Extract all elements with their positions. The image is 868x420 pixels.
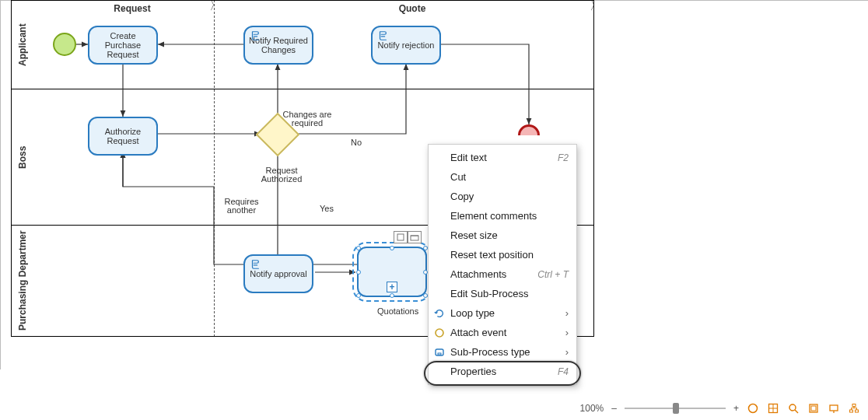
menu-loop-type[interactable]: Loop type› bbox=[429, 303, 576, 323]
chevron-right-icon: › bbox=[565, 307, 569, 319]
toolbar-btn-2[interactable] bbox=[408, 231, 422, 243]
status-bar: 100% – + bbox=[0, 397, 868, 420]
lane-label-purchasing: Purchasing Departmer bbox=[12, 226, 33, 336]
menu-subprocess-type[interactable]: Sub-Process type› bbox=[429, 342, 576, 362]
presentation-icon[interactable] bbox=[828, 402, 840, 415]
task-label: Create Purchase Request bbox=[93, 31, 153, 59]
svg-line-11 bbox=[795, 410, 798, 413]
svg-point-3 bbox=[436, 329, 443, 337]
flow-label-changes-required: Changes are required bbox=[279, 110, 335, 128]
chevron-right-icon: › bbox=[565, 327, 569, 338]
start-event[interactable] bbox=[53, 33, 76, 56]
svg-rect-0 bbox=[397, 234, 404, 240]
flow-label-request-authorized: Request Authorized bbox=[258, 166, 305, 184]
script-icon bbox=[250, 30, 261, 43]
selection-handle[interactable] bbox=[356, 246, 361, 250]
subprocess-quotations[interactable]: + bbox=[357, 247, 427, 297]
structure-icon[interactable] bbox=[848, 402, 860, 415]
svg-point-6 bbox=[749, 404, 758, 413]
lane-label-boss: Boss bbox=[12, 89, 33, 225]
menu-properties[interactable]: PropertiesF4 bbox=[429, 362, 576, 381]
svg-rect-1 bbox=[411, 236, 418, 240]
task-notify-required-changes[interactable]: Notify Required Changes bbox=[243, 26, 313, 65]
svg-rect-5 bbox=[438, 353, 441, 355]
task-create-purchase-request[interactable]: Create Purchase Request bbox=[88, 26, 158, 65]
svg-rect-14 bbox=[830, 405, 838, 411]
flow-label-requires-another: Requires another bbox=[220, 198, 263, 215]
expand-icon[interactable]: + bbox=[387, 282, 397, 292]
menu-reset-text-position[interactable]: Reset text position bbox=[429, 245, 576, 264]
diagram-canvas[interactable]: Request Quote 〉 〉 Applicant Boss Purchas… bbox=[0, 0, 868, 420]
chevron-right-icon: › bbox=[565, 346, 569, 358]
subprocess-label: Quotations bbox=[377, 307, 418, 316]
zoom-out-button[interactable]: – bbox=[611, 403, 617, 414]
menu-element-comments[interactable]: Element comments bbox=[429, 206, 576, 226]
svg-rect-13 bbox=[811, 406, 816, 411]
zoom-slider[interactable] bbox=[625, 401, 726, 416]
slider-thumb[interactable] bbox=[673, 403, 679, 414]
toolbar-btn-1[interactable] bbox=[394, 231, 408, 243]
selection-handle[interactable] bbox=[390, 293, 394, 298]
zoom-tool-icon[interactable] bbox=[787, 402, 800, 415]
menu-attach-event[interactable]: Attach event› bbox=[429, 323, 576, 342]
fit-page-icon[interactable] bbox=[807, 402, 820, 415]
subprocess-icon bbox=[433, 346, 446, 359]
lane-label-applicant: Applicant bbox=[12, 1, 33, 89]
svg-rect-18 bbox=[856, 410, 859, 412]
task-notify-rejection[interactable]: Notify rejection bbox=[371, 26, 441, 65]
menu-edit-subprocess[interactable]: Edit Sub-Process bbox=[429, 284, 576, 303]
flow-label-yes: Yes bbox=[320, 205, 334, 213]
selection-handle[interactable] bbox=[390, 246, 394, 250]
event-icon bbox=[433, 327, 446, 339]
flow-label-no: No bbox=[351, 138, 362, 147]
menu-cut[interactable]: Cut bbox=[429, 167, 576, 187]
svg-point-10 bbox=[789, 404, 796, 411]
selection-handle[interactable] bbox=[356, 270, 361, 275]
zoom-value: 100% bbox=[580, 403, 604, 414]
selection-toolbar bbox=[394, 231, 422, 243]
context-menu: Edit textF2 Cut Copy Element comments Re… bbox=[428, 144, 577, 385]
selection-handle[interactable] bbox=[356, 293, 361, 298]
svg-rect-17 bbox=[850, 410, 853, 412]
task-label: Authorize Request bbox=[93, 127, 153, 145]
menu-reset-size[interactable]: Reset size bbox=[429, 226, 576, 245]
check-spelling-icon[interactable] bbox=[747, 402, 759, 415]
grid-icon[interactable] bbox=[767, 402, 779, 415]
menu-attachments[interactable]: AttachmentsCtrl + T bbox=[429, 264, 576, 284]
task-authorize-request[interactable]: Authorize Request bbox=[88, 117, 158, 156]
task-notify-approval[interactable]: Notify approval bbox=[243, 254, 313, 293]
menu-edit-text[interactable]: Edit textF2 bbox=[429, 148, 576, 167]
svg-rect-16 bbox=[852, 404, 856, 407]
menu-copy[interactable]: Copy bbox=[429, 187, 576, 206]
script-icon bbox=[377, 30, 388, 43]
zoom-in-button[interactable]: + bbox=[733, 403, 739, 414]
script-icon bbox=[250, 259, 261, 271]
loop-icon bbox=[433, 307, 446, 320]
